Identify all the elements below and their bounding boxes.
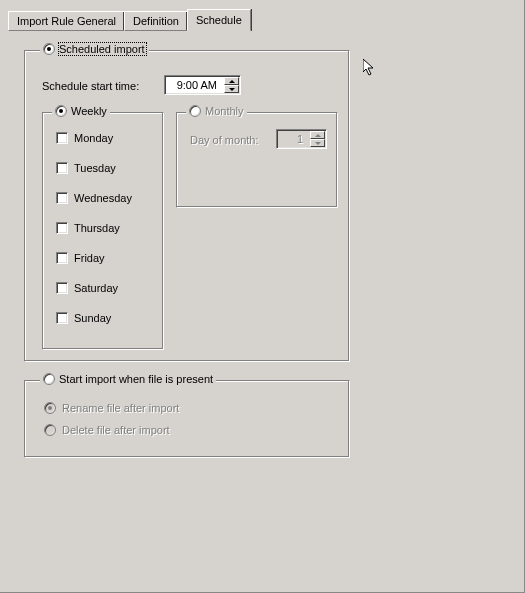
day-row[interactable]: Friday xyxy=(56,252,105,264)
schedule-tab-panel: Import Rule General Definition Schedule … xyxy=(0,0,525,593)
tab-import-rule-general[interactable]: Import Rule General xyxy=(8,11,125,31)
spinner-start-time-down[interactable] xyxy=(224,85,239,93)
label-day-of-month: Day of month: xyxy=(190,134,258,146)
group-monthly: Monthly Day of month: 1 xyxy=(176,112,338,208)
radio-weekly-legend[interactable]: Weekly xyxy=(52,105,110,117)
radio-scheduled-import[interactable] xyxy=(43,43,55,55)
spinner-start-time[interactable]: 9:00 AM xyxy=(164,75,241,95)
spinner-day-of-month: 1 xyxy=(276,129,327,149)
row-delete-after: Delete file after import xyxy=(44,424,170,436)
checkbox-wednesday[interactable] xyxy=(56,192,68,204)
chevron-up-icon xyxy=(229,80,235,83)
group-weekly: Weekly Monday Tuesday Wednesday Thursday… xyxy=(42,112,164,350)
radio-scheduled-import-label: Scheduled import xyxy=(59,43,146,55)
chevron-down-icon xyxy=(229,88,235,91)
checkbox-sunday[interactable] xyxy=(56,312,68,324)
label-rename-after: Rename file after import xyxy=(62,402,179,414)
label-start-time: Schedule start time: xyxy=(42,80,139,92)
label-friday: Friday xyxy=(74,252,105,264)
tab-schedule[interactable]: Schedule xyxy=(187,9,251,31)
group-file-present: Start import when file is present Rename… xyxy=(24,380,350,458)
cursor-icon xyxy=(363,59,375,78)
spinner-start-time-wrap: 9:00 AM xyxy=(164,75,241,95)
group-scheduled-import: Scheduled import Schedule start time: 9:… xyxy=(24,50,350,362)
tab-definition[interactable]: Definition xyxy=(124,11,188,31)
spinner-day-of-month-value: 1 xyxy=(277,130,309,148)
day-row[interactable]: Saturday xyxy=(56,282,118,294)
spinner-day-of-month-down xyxy=(310,139,325,147)
label-thursday: Thursday xyxy=(74,222,120,234)
tabstrip: Import Rule General Definition Schedule xyxy=(8,10,251,31)
radio-monthly[interactable] xyxy=(189,105,201,117)
day-row[interactable]: Sunday xyxy=(56,312,111,324)
spinner-day-of-month-wrap: 1 xyxy=(276,129,327,149)
spinner-day-of-month-up xyxy=(310,131,325,139)
radio-rename-after xyxy=(44,402,56,414)
row-day-of-month: Day of month: xyxy=(190,134,258,146)
label-wednesday: Wednesday xyxy=(74,192,132,204)
radio-file-present[interactable] xyxy=(43,373,55,385)
label-monday: Monday xyxy=(74,132,113,144)
row-start-time: Schedule start time: xyxy=(42,80,139,92)
spinner-start-time-value[interactable]: 9:00 AM xyxy=(165,76,223,94)
day-row[interactable]: Thursday xyxy=(56,222,120,234)
chevron-down-icon xyxy=(315,142,321,145)
row-rename-after: Rename file after import xyxy=(44,402,179,414)
day-row[interactable]: Monday xyxy=(56,132,113,144)
radio-weekly-label: Weekly xyxy=(71,105,107,117)
chevron-up-icon xyxy=(315,134,321,137)
checkbox-friday[interactable] xyxy=(56,252,68,264)
day-row[interactable]: Wednesday xyxy=(56,192,132,204)
radio-delete-after xyxy=(44,424,56,436)
radio-weekly[interactable] xyxy=(55,105,67,117)
radio-file-present-label: Start import when file is present xyxy=(59,373,213,385)
label-delete-after: Delete file after import xyxy=(62,424,170,436)
checkbox-thursday[interactable] xyxy=(56,222,68,234)
label-tuesday: Tuesday xyxy=(74,162,116,174)
spinner-start-time-up[interactable] xyxy=(224,77,239,85)
label-sunday: Sunday xyxy=(74,312,111,324)
radio-monthly-label: Monthly xyxy=(205,105,244,117)
checkbox-saturday[interactable] xyxy=(56,282,68,294)
radio-scheduled-import-legend[interactable]: Scheduled import xyxy=(40,43,149,55)
radio-monthly-legend[interactable]: Monthly xyxy=(186,105,247,117)
checkbox-monday[interactable] xyxy=(56,132,68,144)
day-row[interactable]: Tuesday xyxy=(56,162,116,174)
label-saturday: Saturday xyxy=(74,282,118,294)
svg-marker-0 xyxy=(363,59,373,75)
checkbox-tuesday[interactable] xyxy=(56,162,68,174)
radio-file-present-legend[interactable]: Start import when file is present xyxy=(40,373,216,385)
